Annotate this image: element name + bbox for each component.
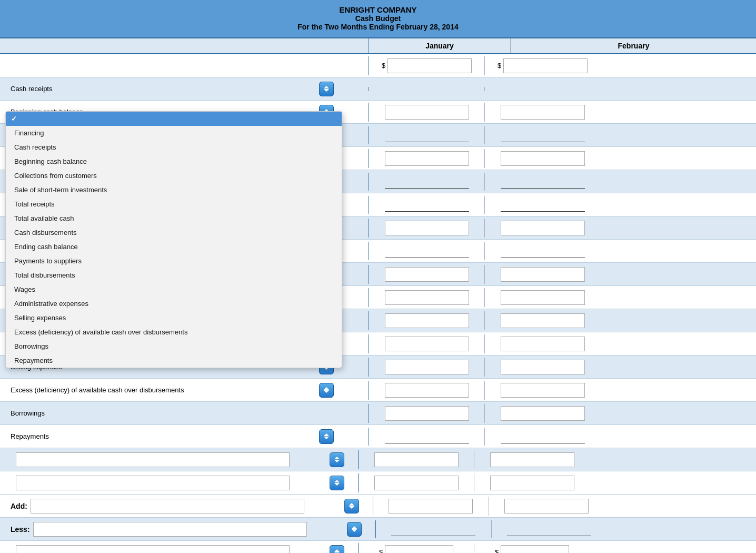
row13-feb-input[interactable]: [501, 337, 585, 351]
row16-jan-input[interactable]: [385, 406, 469, 421]
dropdown-item-financing[interactable]: Financing: [6, 126, 342, 140]
dropdown-item-total-disbursements[interactable]: Total disbursements: [6, 268, 342, 282]
dropdown-item-payments-suppliers[interactable]: Payments to suppliers: [6, 254, 342, 268]
row15-feb-input[interactable]: [501, 383, 585, 398]
dropdown-item-total-receipts[interactable]: Total receipts: [6, 197, 342, 211]
dropdown-item-excess[interactable]: Excess (deficiency) of available cash ov…: [6, 325, 342, 339]
dropdown-item-repayments[interactable]: Repayments: [6, 353, 342, 368]
dropdown-item-short-term[interactable]: Sale of short-term investments: [6, 183, 342, 197]
final-dropdown-btn[interactable]: [330, 545, 344, 554]
row8-feb-input[interactable]: [501, 221, 585, 235]
row1-feb-input[interactable]: [503, 58, 588, 73]
less-dropdown-btn[interactable]: [347, 522, 362, 537]
row10-feb-input[interactable]: [501, 267, 585, 282]
row15-dropdown-btn[interactable]: [319, 383, 334, 398]
row9-feb-input[interactable]: [501, 244, 585, 258]
final-dropdown-cell[interactable]: [316, 545, 358, 554]
row14-jan-input[interactable]: [385, 360, 469, 374]
row15-dropdown-cell[interactable]: [305, 383, 347, 398]
row2-jan-cell: [369, 87, 484, 91]
row4-jan-input[interactable]: [385, 129, 469, 142]
row14-feb-input[interactable]: [501, 360, 585, 374]
row17-jan-input[interactable]: [385, 430, 469, 443]
final-feb-input[interactable]: [501, 545, 569, 554]
up-arrow-icon: [324, 86, 329, 88]
row12-jan-cell: [369, 311, 484, 330]
row11-feb-input[interactable]: [501, 290, 585, 305]
row3-feb-input[interactable]: [501, 105, 585, 120]
row17-feb-input[interactable]: [501, 430, 585, 443]
row1-jan-input[interactable]: [387, 58, 472, 73]
row10-jan-cell: [369, 265, 484, 284]
row10-feb-cell: [484, 265, 600, 284]
row4-feb-cell: [484, 126, 600, 144]
row10-jan-input[interactable]: [385, 267, 469, 282]
row6-feb-cell: [484, 173, 600, 191]
dropdown-overlay[interactable]: ✓ Financing Cash receipts Beginning cash…: [5, 111, 342, 368]
add-dropdown-cell[interactable]: [331, 499, 373, 514]
row7-feb-input[interactable]: [501, 198, 585, 212]
less-dropdown-cell[interactable]: [333, 522, 375, 537]
row9-jan-input[interactable]: [385, 244, 469, 258]
add-select[interactable]: [31, 499, 304, 514]
row5-feb-input[interactable]: [501, 151, 585, 166]
row8-jan-input[interactable]: [385, 221, 469, 235]
row4-feb-input[interactable]: [501, 129, 585, 142]
row16-feb-input[interactable]: [501, 406, 585, 421]
dropdown-item-cash-receipts[interactable]: Cash receipts: [6, 140, 342, 154]
row16-label: Borrowings: [0, 409, 305, 417]
bottom-row2-select[interactable]: [16, 476, 290, 490]
row2-dropdown-btn[interactable]: [319, 82, 334, 96]
row15-jan-input[interactable]: [385, 383, 469, 398]
dropdown-item-check[interactable]: ✓: [6, 112, 342, 126]
row2-feb-cell: [484, 87, 600, 91]
row2-label-area: Cash receipts: [0, 82, 369, 96]
row2-label: Cash receipts: [0, 85, 305, 93]
dropdown-item-ending-cash[interactable]: Ending cash balance: [6, 240, 342, 254]
final-jan-input[interactable]: [385, 545, 453, 554]
dollar-jan-final: $: [379, 548, 383, 553]
row17-dropdown-btn[interactable]: [319, 429, 334, 444]
dropdown-item-borrowings[interactable]: Borrowings: [6, 339, 342, 353]
dropdown-item-admin[interactable]: Administrative expenses: [6, 297, 342, 311]
less-feb-input[interactable]: [507, 522, 591, 536]
add-dropdown-btn[interactable]: [344, 499, 359, 514]
bottom-row2-dropdown-cell[interactable]: [316, 476, 358, 490]
less-select-area: [30, 520, 333, 539]
row11-jan-input[interactable]: [385, 290, 469, 305]
row12-feb-input[interactable]: [501, 313, 585, 328]
bottom-row1-jan-input[interactable]: [374, 452, 459, 467]
down-arrow-icon: [349, 506, 354, 509]
row15-label-area: Excess (deficiency) of available cash ov…: [0, 383, 369, 398]
dropdown-item-selling[interactable]: Selling expenses: [6, 311, 342, 325]
bottom-row2-dropdown-btn[interactable]: [330, 476, 344, 490]
row6-feb-input[interactable]: [501, 175, 585, 189]
dropdown-item-wages[interactable]: Wages: [6, 282, 342, 297]
row17-dropdown-cell[interactable]: [305, 429, 347, 444]
row5-jan-input[interactable]: [385, 151, 469, 166]
bottom-row1-select[interactable]: [16, 452, 290, 467]
bottom-row1-dropdown-cell[interactable]: [316, 452, 358, 467]
row13-jan-input[interactable]: [385, 337, 469, 351]
row12-jan-input[interactable]: [385, 313, 469, 328]
bottom-row1-dropdown-btn[interactable]: [330, 452, 344, 467]
dropdown-item-collections[interactable]: Collections from customers: [6, 169, 342, 183]
row2-dropdown-cell[interactable]: [305, 82, 347, 96]
less-select[interactable]: [33, 522, 307, 537]
bottom-row2-feb-input[interactable]: [490, 476, 574, 490]
row7-jan-input[interactable]: [385, 198, 469, 212]
dropdown-item-total-available[interactable]: Total available cash: [6, 211, 342, 225]
final-select[interactable]: [16, 545, 290, 554]
row9-feb-cell: [484, 242, 600, 260]
dropdown-item-beginning-cash[interactable]: Beginning cash balance: [6, 154, 342, 169]
less-jan-input[interactable]: [391, 522, 475, 536]
add-jan-input[interactable]: [389, 499, 473, 514]
dropdown-item-cash-disbursements[interactable]: Cash disbursements: [6, 225, 342, 240]
row6-jan-input[interactable]: [385, 175, 469, 189]
final-feb-cell: $: [474, 543, 590, 554]
add-feb-input[interactable]: [504, 499, 589, 514]
row3-jan-input[interactable]: [385, 105, 469, 120]
bottom-row1-feb-input[interactable]: [490, 452, 574, 467]
row13-jan-cell: [369, 334, 484, 353]
bottom-row2-jan-input[interactable]: [374, 476, 459, 490]
